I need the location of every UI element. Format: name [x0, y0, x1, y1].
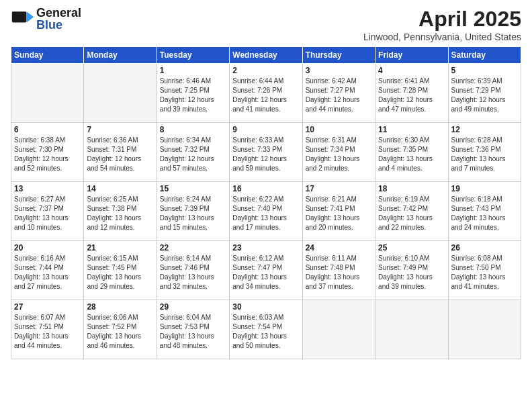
header: General Blue April 2025 Linwood, Pennsyl…: [11, 7, 521, 42]
calendar-day-header: Thursday: [302, 47, 375, 64]
calendar-day-header: Friday: [375, 47, 448, 64]
day-detail: Sunrise: 6:34 AM Sunset: 7:32 PM Dayligh…: [160, 136, 226, 173]
day-detail: Sunrise: 6:03 AM Sunset: 7:54 PM Dayligh…: [232, 313, 299, 351]
day-number: 4: [378, 66, 445, 75]
calendar-week-row: 13Sunrise: 6:27 AM Sunset: 7:37 PM Dayli…: [11, 182, 521, 241]
calendar-cell: 27Sunrise: 6:07 AM Sunset: 7:51 PM Dayli…: [11, 300, 84, 359]
day-detail: Sunrise: 6:07 AM Sunset: 7:51 PM Dayligh…: [14, 313, 81, 351]
calendar-week-row: 1Sunrise: 6:46 AM Sunset: 7:25 PM Daylig…: [11, 64, 521, 123]
calendar-day-header: Sunday: [11, 47, 84, 64]
day-number: 1: [160, 66, 226, 75]
day-number: 25: [378, 243, 445, 253]
calendar-week-row: 20Sunrise: 6:16 AM Sunset: 7:44 PM Dayli…: [11, 241, 521, 300]
calendar-week-row: 27Sunrise: 6:07 AM Sunset: 7:51 PM Dayli…: [11, 300, 521, 359]
day-number: 19: [451, 184, 518, 193]
day-number: 8: [160, 125, 226, 134]
calendar-cell: 16Sunrise: 6:22 AM Sunset: 7:40 PM Dayli…: [230, 182, 302, 241]
calendar-cell: [84, 64, 157, 123]
day-number: 29: [160, 302, 226, 312]
calendar-cell: 20Sunrise: 6:16 AM Sunset: 7:44 PM Dayli…: [11, 241, 84, 300]
calendar-header-row: SundayMondayTuesdayWednesdayThursdayFrid…: [11, 47, 521, 64]
day-detail: Sunrise: 6:08 AM Sunset: 7:50 PM Dayligh…: [451, 254, 518, 291]
calendar-cell: 10Sunrise: 6:31 AM Sunset: 7:34 PM Dayli…: [302, 123, 375, 182]
title-area: April 2025 Linwood, Pennsylvania, United…: [363, 7, 521, 42]
svg-rect-0: [12, 11, 27, 22]
day-detail: Sunrise: 6:44 AM Sunset: 7:26 PM Dayligh…: [232, 77, 299, 114]
day-detail: Sunrise: 6:06 AM Sunset: 7:52 PM Dayligh…: [87, 313, 153, 351]
day-number: 30: [232, 302, 299, 312]
day-detail: Sunrise: 6:22 AM Sunset: 7:40 PM Dayligh…: [232, 195, 299, 232]
calendar-cell: 30Sunrise: 6:03 AM Sunset: 7:54 PM Dayli…: [230, 300, 302, 359]
day-detail: Sunrise: 6:36 AM Sunset: 7:31 PM Dayligh…: [87, 136, 153, 173]
calendar-cell: 15Sunrise: 6:24 AM Sunset: 7:39 PM Dayli…: [157, 182, 229, 241]
calendar-day-header: Saturday: [448, 47, 521, 64]
calendar-cell: [302, 300, 375, 359]
calendar-cell: 28Sunrise: 6:06 AM Sunset: 7:52 PM Dayli…: [84, 300, 157, 359]
day-number: 16: [232, 184, 299, 193]
day-detail: Sunrise: 6:30 AM Sunset: 7:35 PM Dayligh…: [378, 136, 445, 173]
day-detail: Sunrise: 6:46 AM Sunset: 7:25 PM Dayligh…: [160, 77, 226, 114]
day-number: 28: [87, 302, 153, 312]
day-detail: Sunrise: 6:19 AM Sunset: 7:42 PM Dayligh…: [378, 195, 445, 232]
day-number: 24: [306, 243, 372, 253]
location: Linwood, Pennsylvania, United States: [363, 32, 521, 42]
day-number: 26: [451, 243, 518, 253]
calendar-cell: 8Sunrise: 6:34 AM Sunset: 7:32 PM Daylig…: [157, 123, 229, 182]
calendar-cell: 2Sunrise: 6:44 AM Sunset: 7:26 PM Daylig…: [230, 64, 302, 123]
calendar-cell: 21Sunrise: 6:15 AM Sunset: 7:45 PM Dayli…: [84, 241, 157, 300]
day-detail: Sunrise: 6:16 AM Sunset: 7:44 PM Dayligh…: [14, 254, 81, 291]
calendar-cell: 6Sunrise: 6:38 AM Sunset: 7:30 PM Daylig…: [11, 123, 84, 182]
day-number: 9: [232, 125, 299, 134]
calendar-day-header: Tuesday: [157, 47, 229, 64]
day-detail: Sunrise: 6:21 AM Sunset: 7:41 PM Dayligh…: [306, 195, 372, 232]
day-detail: Sunrise: 6:31 AM Sunset: 7:34 PM Dayligh…: [306, 136, 372, 173]
day-detail: Sunrise: 6:10 AM Sunset: 7:49 PM Dayligh…: [378, 254, 445, 291]
day-detail: Sunrise: 6:38 AM Sunset: 7:30 PM Dayligh…: [14, 136, 81, 173]
day-number: 14: [87, 184, 153, 193]
logo-text: General Blue: [36, 7, 81, 31]
logo-blue: Blue: [36, 19, 81, 31]
day-detail: Sunrise: 6:11 AM Sunset: 7:48 PM Dayligh…: [306, 254, 372, 291]
calendar-cell: 25Sunrise: 6:10 AM Sunset: 7:49 PM Dayli…: [375, 241, 448, 300]
calendar-cell: 7Sunrise: 6:36 AM Sunset: 7:31 PM Daylig…: [84, 123, 157, 182]
calendar-day-header: Monday: [84, 47, 157, 64]
day-detail: Sunrise: 6:33 AM Sunset: 7:33 PM Dayligh…: [232, 136, 299, 173]
calendar-cell: 14Sunrise: 6:25 AM Sunset: 7:38 PM Dayli…: [84, 182, 157, 241]
calendar-cell: 5Sunrise: 6:39 AM Sunset: 7:29 PM Daylig…: [448, 64, 521, 123]
day-number: 23: [232, 243, 299, 253]
day-number: 22: [160, 243, 226, 253]
calendar-cell: [11, 64, 84, 123]
calendar-cell: 22Sunrise: 6:14 AM Sunset: 7:46 PM Dayli…: [157, 241, 229, 300]
calendar-cell: 1Sunrise: 6:46 AM Sunset: 7:25 PM Daylig…: [157, 64, 229, 123]
day-detail: Sunrise: 6:42 AM Sunset: 7:27 PM Dayligh…: [306, 77, 372, 114]
calendar-cell: 29Sunrise: 6:04 AM Sunset: 7:53 PM Dayli…: [157, 300, 229, 359]
month-title: April 2025: [363, 7, 521, 32]
day-detail: Sunrise: 6:15 AM Sunset: 7:45 PM Dayligh…: [87, 254, 153, 291]
day-number: 18: [378, 184, 445, 193]
calendar-cell: 17Sunrise: 6:21 AM Sunset: 7:41 PM Dayli…: [302, 182, 375, 241]
day-number: 11: [378, 125, 445, 134]
day-number: 20: [14, 243, 81, 253]
day-number: 12: [451, 125, 518, 134]
day-number: 27: [14, 302, 81, 312]
calendar-cell: 4Sunrise: 6:41 AM Sunset: 7:28 PM Daylig…: [375, 64, 448, 123]
calendar-cell: 12Sunrise: 6:28 AM Sunset: 7:36 PM Dayli…: [448, 123, 521, 182]
day-number: 7: [87, 125, 153, 134]
calendar-cell: [375, 300, 448, 359]
day-number: 6: [14, 125, 81, 134]
calendar-cell: [448, 300, 521, 359]
day-number: 15: [160, 184, 226, 193]
day-detail: Sunrise: 6:04 AM Sunset: 7:53 PM Dayligh…: [160, 313, 226, 351]
calendar-cell: 9Sunrise: 6:33 AM Sunset: 7:33 PM Daylig…: [230, 123, 302, 182]
page: General Blue April 2025 Linwood, Pennsyl…: [0, 0, 532, 366]
calendar-cell: 26Sunrise: 6:08 AM Sunset: 7:50 PM Dayli…: [448, 241, 521, 300]
day-number: 3: [306, 66, 372, 75]
day-detail: Sunrise: 6:18 AM Sunset: 7:43 PM Dayligh…: [451, 195, 518, 232]
day-detail: Sunrise: 6:28 AM Sunset: 7:36 PM Dayligh…: [451, 136, 518, 173]
day-number: 21: [87, 243, 153, 253]
day-number: 13: [14, 184, 81, 193]
day-detail: Sunrise: 6:12 AM Sunset: 7:47 PM Dayligh…: [232, 254, 299, 291]
calendar-day-header: Wednesday: [230, 47, 302, 64]
day-detail: Sunrise: 6:27 AM Sunset: 7:37 PM Dayligh…: [14, 195, 81, 232]
calendar-cell: 3Sunrise: 6:42 AM Sunset: 7:27 PM Daylig…: [302, 64, 375, 123]
